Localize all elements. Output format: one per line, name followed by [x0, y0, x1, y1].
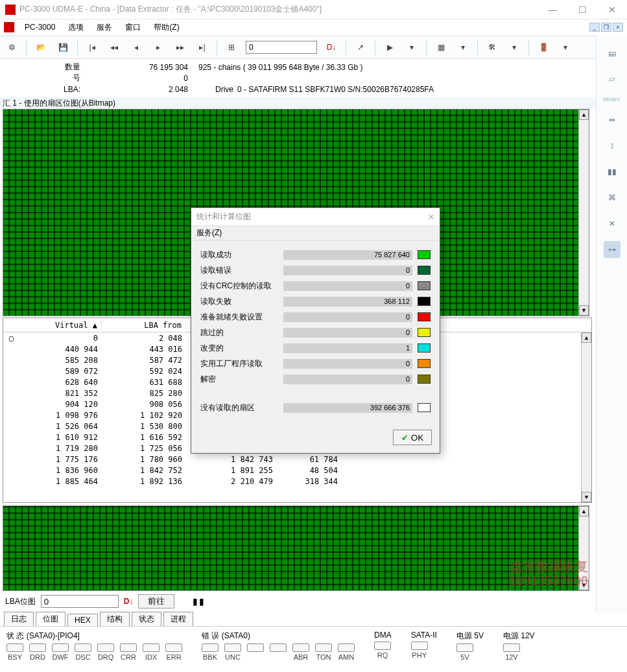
mdi-restore[interactable]: ❐: [601, 23, 611, 32]
skip-first-icon[interactable]: |◂: [84, 40, 100, 55]
led-indicator: [6, 643, 23, 652]
app-menu-icon[interactable]: [4, 22, 14, 32]
prev-icon[interactable]: ◂: [128, 40, 144, 55]
stat-swatch: [418, 297, 431, 306]
exit-icon[interactable]: 🚪: [536, 40, 551, 55]
table-icon[interactable]: ▦: [433, 40, 449, 55]
window-title: PC-3000 UDMA-E - China - [Data Extractor…: [19, 4, 538, 15]
scroll-up-icon[interactable]: ▲: [582, 332, 591, 343]
led-label: DWF: [52, 653, 69, 661]
lba-bitmap-label: LBA位图: [5, 596, 36, 607]
drive-label: Drive: [195, 85, 233, 94]
bitmap-scrollbar[interactable]: ▲ ▼: [578, 110, 589, 316]
led-label: 12V: [503, 653, 520, 661]
cell-lba-from: 1 102 920: [102, 411, 186, 420]
led-label: TON: [315, 653, 332, 661]
lba-control: LBA位图 D↓ 前往 ▮▮ 图响: [0, 592, 627, 610]
dropdown3-icon[interactable]: ▾: [506, 40, 522, 55]
menu-help[interactable]: 帮助(Z): [148, 21, 184, 34]
open-icon[interactable]: 📂: [33, 40, 49, 55]
drive-flag-icon[interactable]: D↓: [324, 40, 339, 55]
led-indicator: [374, 642, 391, 650]
grid-icon[interactable]: ⊞: [224, 40, 239, 55]
table-scrollbar[interactable]: ▲ ▼: [581, 332, 591, 502]
pause-icon[interactable]: ▮▮: [193, 596, 206, 607]
toolbar-lba-input[interactable]: [246, 41, 317, 54]
cell-virtual: 1 885 464: [18, 477, 102, 486]
connect-icon[interactable]: ⊶: [604, 241, 621, 258]
lba-bitmap-input[interactable]: [41, 595, 119, 608]
status-title: 错 误 (SATA0): [202, 631, 355, 642]
table-row[interactable]: 1 775 176 1 780 960 1 842 743 61 784: [3, 454, 591, 465]
maximize-button[interactable]: ☐: [567, 0, 597, 19]
dropdown-icon[interactable]: ▾: [404, 40, 420, 55]
led-indicator: [411, 642, 428, 650]
scroll-down-icon[interactable]: ▼: [579, 305, 589, 316]
cell-virtual: 904 120: [18, 400, 102, 409]
led-label: IDX: [143, 653, 160, 661]
scroll-up-icon[interactable]: ▲: [579, 110, 589, 120]
th-virtual[interactable]: Virtual ▲: [18, 321, 102, 330]
menu-window[interactable]: 窗口: [120, 21, 146, 34]
cell-c3: 1 891 255: [186, 466, 277, 475]
dialog-menu[interactable]: 服务(Z): [191, 226, 440, 240]
drive-icon[interactable]: 🖴: [604, 45, 621, 62]
export-icon[interactable]: ↗: [353, 40, 368, 55]
stat-value: 0: [283, 266, 412, 275]
dialog-title: 统计和计算位图: [196, 211, 251, 222]
menu-options[interactable]: 选项: [63, 21, 89, 34]
dropdown4-icon[interactable]: ▾: [558, 40, 573, 55]
tab-1[interactable]: 位图: [36, 612, 65, 626]
save-icon[interactable]: 💾: [55, 40, 71, 55]
status-title: 电源 12V: [503, 631, 535, 642]
drive-flag2-icon[interactable]: D↓: [124, 597, 134, 606]
status-title: 电源 5V: [456, 631, 484, 642]
scroll-up-icon[interactable]: ▲: [579, 506, 589, 516]
play-icon[interactable]: ▶: [382, 40, 397, 55]
tools-icon[interactable]: 🛠: [484, 40, 500, 55]
row-icon: ▢: [3, 334, 18, 343]
tab-4[interactable]: 状态: [132, 612, 161, 626]
tab-0[interactable]: 日志: [4, 612, 34, 626]
skip-last-icon[interactable]: ▸|: [195, 40, 210, 55]
led-indicator: [224, 643, 241, 652]
reset-icon[interactable]: ⏥: [604, 71, 621, 87]
mdi-minimize[interactable]: _: [589, 23, 600, 32]
minimize-button[interactable]: —: [538, 0, 567, 19]
led-label: UNC: [224, 653, 241, 661]
mdi-close[interactable]: ×: [613, 23, 623, 32]
go-button[interactable]: 前往: [138, 594, 174, 608]
disconnect-icon[interactable]: ✕: [604, 215, 621, 232]
tab-2[interactable]: HEX: [67, 614, 98, 626]
table-row[interactable]: 1 885 464 1 892 136 2 210 479 318 344: [3, 476, 591, 487]
stat-row: 准备就绪失败设置 0: [200, 309, 431, 325]
next-icon[interactable]: ▸: [150, 40, 166, 55]
stat-row: 实用工厂程序读取 0: [200, 356, 431, 371]
led-label: 5V: [456, 653, 473, 661]
table-row[interactable]: 1 836 960 1 842 752 1 891 255 48 504: [3, 465, 591, 476]
tab-5[interactable]: 进程: [163, 612, 193, 626]
circuit-icon[interactable]: ⌘: [604, 189, 621, 206]
dropdown2-icon[interactable]: ▾: [455, 40, 471, 55]
spindle-icon[interactable]: ⟟: [604, 137, 621, 154]
cell-virtual: 1 610 912: [18, 433, 102, 442]
settings-icon[interactable]: ⚙: [4, 40, 19, 55]
next-page-icon[interactable]: ▸▸: [172, 40, 188, 55]
watermark: 盘首数据恢复 18913587600: [509, 559, 588, 588]
th-lba-from[interactable]: LBA from: [102, 321, 186, 330]
led-label: DRQ: [97, 653, 114, 661]
app-name[interactable]: PC-3000: [19, 21, 60, 33]
pause-side-icon[interactable]: ▮▮: [604, 163, 621, 180]
menu-services[interactable]: 服务: [91, 21, 117, 34]
close-button[interactable]: ✕: [597, 0, 627, 19]
dialog-close-icon[interactable]: ✕: [428, 213, 434, 222]
scroll-down-icon[interactable]: ▼: [582, 492, 591, 502]
led-label: DRD: [29, 653, 46, 661]
ok-button[interactable]: ✔OK: [393, 430, 432, 445]
align-icon[interactable]: ⇔: [604, 111, 621, 128]
tab-3[interactable]: 结构: [100, 612, 130, 626]
menubar: PC-3000 选项 服务 窗口 帮助(Z) _ ❐ ×: [0, 19, 627, 36]
prev-page-icon[interactable]: ◂◂: [106, 40, 122, 55]
qty-value: 76 195 304: [84, 63, 195, 72]
bitmap-lower[interactable]: ▲ ▼: [3, 505, 589, 591]
